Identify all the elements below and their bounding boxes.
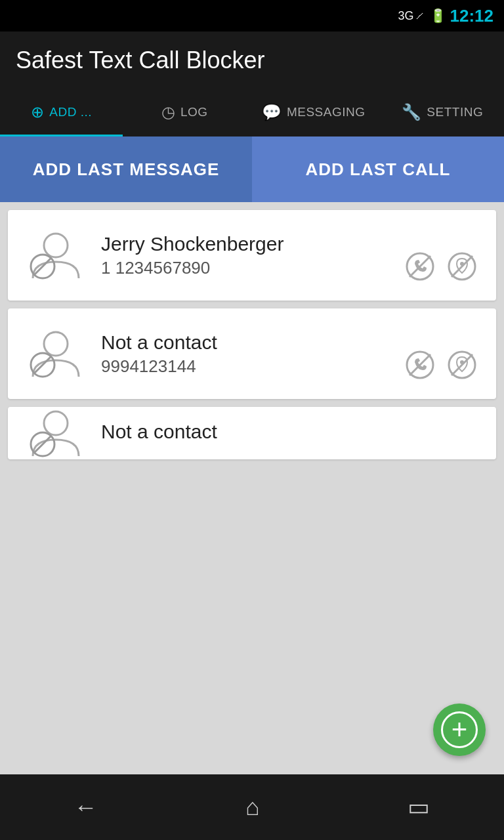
status-icons: 3G⟋ 🔋 12:12 bbox=[398, 6, 494, 26]
svg-point-15 bbox=[460, 360, 464, 364]
block-messages-icon[interactable] bbox=[446, 251, 478, 282]
add-last-call-label: ADD LAST CALL bbox=[306, 159, 451, 180]
contact-card: Jerry Shockenberger 1 1234567890 bbox=[8, 210, 496, 301]
avatar bbox=[26, 407, 85, 459]
svg-line-4 bbox=[410, 256, 430, 277]
contact-actions bbox=[404, 251, 478, 282]
fab-plus-icon: + bbox=[441, 711, 478, 748]
bottom-nav-bar: ← ⌂ ▭ bbox=[0, 774, 504, 840]
block-calls-icon[interactable] bbox=[404, 251, 436, 282]
block-messages-icon[interactable] bbox=[446, 349, 478, 381]
add-last-call-button[interactable]: ADD LAST CALL bbox=[252, 136, 504, 202]
back-button[interactable]: ← bbox=[74, 793, 98, 821]
svg-line-12 bbox=[410, 354, 430, 375]
contact-name: Jerry Shockenberger bbox=[101, 233, 388, 255]
svg-point-16 bbox=[44, 411, 68, 435]
contact-info: Jerry Shockenberger 1 1234567890 bbox=[101, 233, 388, 278]
avatar bbox=[26, 226, 85, 285]
add-tab-icon: ⊕ bbox=[31, 103, 44, 121]
contact-actions bbox=[404, 349, 478, 381]
messaging-tab-icon: 💬 bbox=[262, 103, 282, 121]
contact-number: 9994123144 bbox=[101, 356, 388, 377]
tab-settings[interactable]: 🔧 SETTING bbox=[381, 89, 504, 136]
contact-name: Not a contact bbox=[101, 331, 388, 354]
home-button[interactable]: ⌂ bbox=[245, 793, 260, 821]
tab-add[interactable]: ⊕ ADD ... bbox=[0, 89, 123, 136]
contact-info: Not a contact bbox=[101, 421, 478, 446]
settings-tab-icon: 🔧 bbox=[402, 103, 421, 121]
add-fab-button[interactable]: + bbox=[433, 704, 486, 756]
signal-icon: 3G⟋ bbox=[398, 9, 425, 23]
messaging-tab-label: MESSAGING bbox=[287, 105, 366, 119]
tab-bar: ⊕ ADD ... ◷ LOG 💬 MESSAGING 🔧 SETTING bbox=[0, 89, 504, 136]
log-tab-label: LOG bbox=[180, 105, 208, 119]
tab-messaging[interactable]: 💬 MESSAGING bbox=[246, 89, 381, 136]
contact-info: Not a contact 9994123144 bbox=[101, 331, 388, 377]
contact-list: Jerry Shockenberger 1 1234567890 bbox=[0, 202, 504, 774]
log-tab-icon: ◷ bbox=[161, 103, 175, 121]
settings-tab-label: SETTING bbox=[427, 105, 483, 119]
contact-number: 1 1234567890 bbox=[101, 258, 388, 278]
app-header: Safest Text Call Blocker bbox=[0, 32, 504, 89]
tab-log[interactable]: ◷ LOG bbox=[123, 89, 245, 136]
action-buttons-row: ADD LAST MESSAGE ADD LAST CALL bbox=[0, 136, 504, 202]
recent-apps-button[interactable]: ▭ bbox=[408, 793, 430, 821]
block-calls-icon[interactable] bbox=[404, 349, 436, 381]
clock-display: 12:12 bbox=[450, 6, 494, 26]
contact-card: Not a contact 9994123144 bbox=[8, 308, 496, 399]
status-bar: 3G⟋ 🔋 12:12 bbox=[0, 0, 504, 32]
add-last-message-button[interactable]: ADD LAST MESSAGE bbox=[0, 136, 252, 202]
svg-point-8 bbox=[44, 332, 68, 356]
add-last-message-label: ADD LAST MESSAGE bbox=[33, 159, 220, 180]
svg-point-7 bbox=[460, 262, 464, 266]
battery-icon: 🔋 bbox=[430, 8, 446, 24]
app-title: Safest Text Call Blocker bbox=[16, 47, 265, 74]
add-tab-label: ADD ... bbox=[49, 105, 92, 119]
contact-name: Not a contact bbox=[101, 421, 478, 443]
svg-point-0 bbox=[44, 234, 68, 257]
avatar bbox=[26, 324, 85, 383]
contact-card: Not a contact bbox=[8, 407, 496, 459]
